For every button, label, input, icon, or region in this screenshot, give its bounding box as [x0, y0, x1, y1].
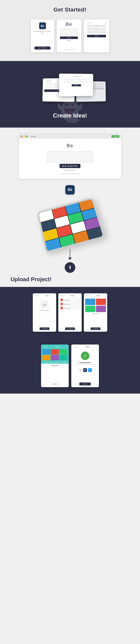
- phone-screen-2: Be LOG IN SIGNUP FORGOT MY PASSWORD: [57, 20, 81, 52]
- cover-preview-grid: [85, 299, 106, 312]
- floating-screen-2: ← SIGN UP CREAT: [59, 74, 93, 96]
- app-icon-standalone: Bē: [65, 185, 75, 194]
- project-thumb-3: [59, 349, 67, 354]
- upload-screen-1: ← Upload Upload ☁ Upload Presentation! ⬆…: [33, 293, 56, 332]
- email-address-input[interactable]: [47, 151, 93, 156]
- be-logo-2: Be: [66, 22, 72, 27]
- section-upload: ⬆ Upload Project!: [0, 199, 140, 287]
- project-thumb-4: [42, 355, 50, 360]
- showcase-subtitle: Showcase&Discover Creative Work: [32, 30, 53, 34]
- publish-button-1[interactable]: Publish: [49, 382, 61, 386]
- forgot-password-link[interactable]: FORGOT MY PASSWORD: [64, 49, 74, 50]
- project-thumb-5: [51, 355, 59, 360]
- project-thumb-grid: [42, 349, 67, 360]
- upload-icon-circle: ⬆: [65, 262, 75, 273]
- cover-cell-4: [96, 306, 106, 312]
- file-item-1: jpg Create projec.jpg: [60, 298, 80, 302]
- file-item-3: jpg Create projec.jpg: [60, 306, 80, 310]
- file-name-2: Create projec.jpg: [63, 304, 70, 304]
- project-thumb-1: [42, 349, 50, 354]
- password-input: [60, 32, 78, 35]
- password-field[interactable]: PASSWORD: [87, 31, 106, 33]
- project-thumb-2: [51, 349, 59, 354]
- big-phone-container: [4, 203, 136, 246]
- be-logo-desktop: Be: [67, 143, 73, 148]
- upload-icon: ⬆: [68, 265, 72, 270]
- congrats-shield-icon: ✓: [81, 352, 89, 360]
- desktop-titlebar: Activity ↓ Select: [19, 134, 121, 139]
- phone-screen-3: ← SIGN UP EMAIL NAME PASSWORD CREAT: [84, 20, 109, 52]
- back-arrow-icon[interactable]: ←: [86, 22, 87, 23]
- close-dot: [21, 136, 22, 137]
- floating-screens: ← SIGN UP CREAT ← SIGN UP CREAT: [38, 70, 102, 108]
- profile-icon: [105, 22, 108, 24]
- phone-screen-1: Bē Showcase&Discover Creative Work GET S…: [31, 20, 54, 52]
- checkmark-icon: ✓: [83, 353, 87, 358]
- browse-icon-1: ⬆: [41, 328, 42, 329]
- congrats-subtitle: You have successfully uploaded your proj…: [75, 364, 95, 365]
- cover-cell-1: [85, 299, 95, 305]
- arrow-line: [70, 249, 70, 258]
- file-icon-2: jpg: [61, 303, 63, 305]
- upload-screens-row: ← Upload Upload ☁ Upload Presentation! ⬆…: [3, 293, 137, 332]
- twitter-icon[interactable]: t: [88, 368, 92, 372]
- signup-label: SIGNUP: [67, 40, 71, 41]
- congrats-title: Congratulations!: [79, 362, 91, 363]
- browse-icon-3: ⬆: [92, 328, 93, 329]
- email-field[interactable]: EMAIL: [87, 25, 106, 27]
- username-input: [60, 29, 78, 31]
- social-icons-row: G Bē t: [78, 368, 92, 372]
- desktop-content: Be ▶ ▶ Google Play DOWNLOAD FORGOT MY PA…: [19, 139, 121, 179]
- activity-label: Activity: [31, 136, 36, 138]
- section-congrats: ← Upload Upload Creative Portal Congrats…: [0, 338, 140, 394]
- project-title-text: Creative Portal: [51, 365, 58, 366]
- password-desktop-input[interactable]: [47, 158, 93, 162]
- upload-cover-label: Upload Cover!: [92, 313, 99, 314]
- behance-icon[interactable]: Bē: [83, 368, 87, 372]
- be-logo-1: Bē: [39, 22, 46, 29]
- upload-cloud-icon-1: ☁: [41, 300, 48, 308]
- name-field[interactable]: NAME: [87, 28, 106, 30]
- download-label: DOWNLOAD: [64, 169, 76, 171]
- file-name-3: Create projec.jpg: [63, 308, 70, 309]
- cover-cell-2: [96, 299, 106, 305]
- section-create-idea: 👻 ← SIGN UP CREAT ← SIGN UP CREAT Crea: [0, 61, 140, 128]
- file-icon-1: jpg: [61, 299, 63, 301]
- cover-cell-3: [85, 306, 95, 312]
- arrow-head: [68, 258, 72, 260]
- big-phone-mockup: [37, 197, 105, 253]
- google-play-button[interactable]: ▶ ▶ Google Play: [60, 164, 80, 168]
- section-get-started: Get Started! Bē Showcase&Discover Creati…: [0, 0, 140, 61]
- login-button[interactable]: LOG IN: [60, 36, 78, 39]
- forgot-password-desktop[interactable]: FORGOT MY PASSWORD: [61, 173, 79, 174]
- phone-screens-row: Bē Showcase&Discover Creative Work GET S…: [4, 20, 136, 52]
- play-icon: ▶: [63, 165, 64, 167]
- upload-project-title: Upload Project!: [4, 276, 136, 283]
- get-start-button[interactable]: GET START: [34, 46, 50, 50]
- google-icon[interactable]: G: [78, 368, 82, 372]
- create-idea-title: Create Idea!: [53, 112, 87, 119]
- minimize-dot: [23, 136, 25, 137]
- file-name-1: Create projec.jpg: [63, 300, 70, 300]
- publish-button-2[interactable]: Publish: [79, 382, 91, 386]
- browse-button-1[interactable]: ⬆ ⬆ Browse: [40, 328, 49, 330]
- upload-arrow: [64, 249, 76, 260]
- project-desc-text: Congrats!: [53, 366, 57, 368]
- creat-button[interactable]: CREAT: [87, 35, 106, 37]
- congrats-screen-1: ← Upload Upload Creative Portal Congrats…: [41, 344, 69, 387]
- desktop-mockup: Activity ↓ Select Be ▶ ▶ Google Play DOW…: [19, 134, 121, 179]
- signup-header: ← SIGN UP: [86, 22, 108, 24]
- file-item-2: jpg Create projec.jpg: [60, 302, 80, 306]
- file-icon-3: jpg: [61, 307, 63, 309]
- get-started-title: Get Started!: [4, 6, 136, 13]
- section-upload-screens: ← Upload Upload ☁ Upload Presentation! ⬆…: [0, 287, 140, 338]
- browse-button-3[interactable]: ⬆ ⬆ Browse: [91, 328, 100, 330]
- congrats-screen-2: ← Upload Upload ✓ Congratulations! You h…: [71, 344, 99, 387]
- maximize-dot: [26, 136, 28, 137]
- upload-presentation-label: Upload Presentation!: [40, 310, 50, 311]
- download-btn[interactable]: ↓ Select: [112, 135, 119, 138]
- browse-icon-2: ⬆: [67, 328, 68, 329]
- phone-screen-grid: [39, 199, 103, 251]
- upload-screen-2: ← Upload Upload jpg Create projec.jpg jp…: [58, 293, 82, 332]
- browse-button-2[interactable]: ⬆ ⬆ Browse: [65, 328, 75, 330]
